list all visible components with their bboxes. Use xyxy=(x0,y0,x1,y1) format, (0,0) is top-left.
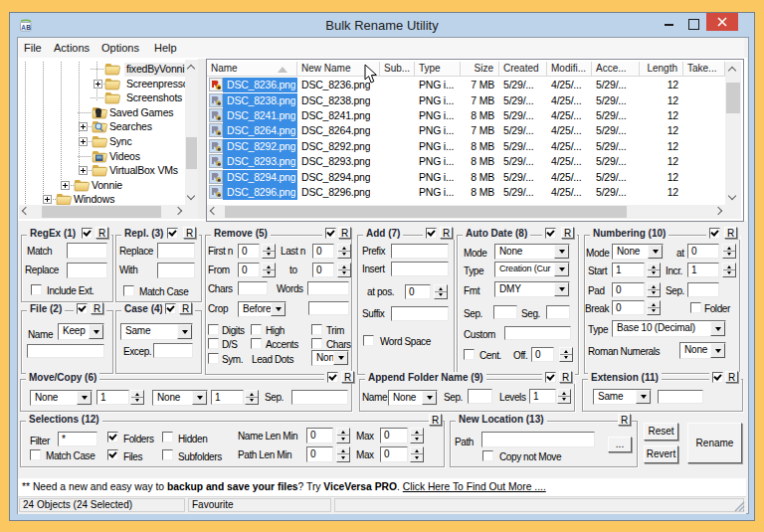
svg-text:B: B xyxy=(26,24,31,31)
